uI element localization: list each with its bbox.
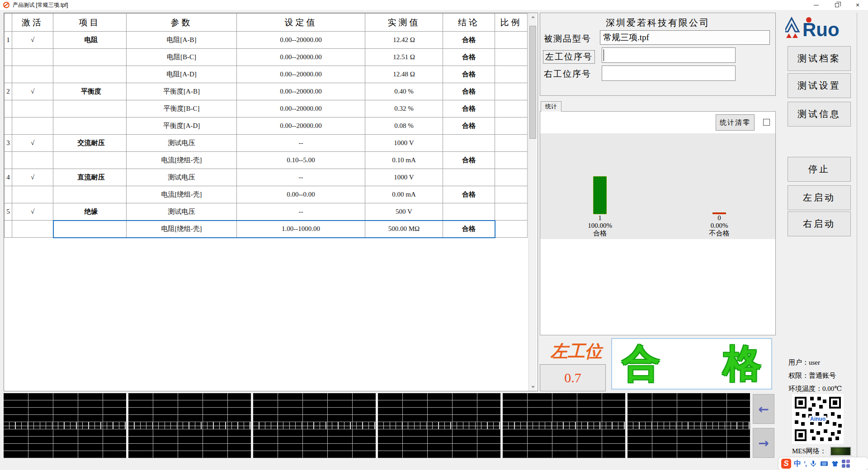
fail-count: 0	[717, 214, 721, 222]
row-number	[5, 49, 12, 66]
activate-check[interactable]	[12, 221, 53, 238]
item-name: 直流耐压	[53, 169, 127, 186]
ratio-value	[495, 83, 528, 100]
row-number: 3	[5, 135, 12, 152]
param-name: 电流[绕组-壳]	[127, 186, 237, 203]
statistics-checkbox[interactable]	[763, 119, 770, 126]
table-row[interactable]: 1 √ 电阻 电阻[A-B] 0.00--20000.00 12.42 Ω 合格	[5, 32, 528, 49]
right-arrow-icon: →	[758, 436, 769, 451]
ratio-value	[495, 100, 528, 118]
model-input[interactable]	[600, 30, 770, 45]
activate-check[interactable]: √	[12, 32, 53, 49]
header-gutter	[5, 14, 12, 32]
param-name: 电阻[绕组-壳]	[127, 221, 237, 238]
set-value: --	[237, 169, 365, 186]
app-icon	[3, 2, 9, 8]
param-name: 平衡度[B-C]	[127, 100, 237, 118]
tab-statistics[interactable]: 统计	[541, 101, 561, 112]
toolbox-icon[interactable]	[842, 460, 850, 468]
test-archive-button[interactable]: 测试档案	[788, 46, 851, 71]
measured-value: 1000 V	[365, 135, 443, 152]
microphone-icon[interactable]	[809, 460, 817, 468]
sidebar-separator	[857, 13, 857, 458]
row-number	[5, 100, 12, 118]
activate-check[interactable]: √	[12, 203, 53, 221]
table-row[interactable]: 5 √ 绝缘 测试电压 -- 500 V	[5, 203, 528, 221]
activate-check[interactable]: √	[12, 135, 53, 152]
table-scrollbar[interactable]	[528, 13, 537, 391]
set-value: 0.10--5.00	[237, 152, 365, 169]
header-item: 项目	[53, 14, 127, 32]
waveform-panel-4	[378, 393, 500, 458]
table-row[interactable]: 2 √ 平衡度 平衡度[A-B] 0.00--20000.00 0.40 % 合…	[5, 83, 528, 100]
punctuation-icon[interactable]: ’,	[804, 460, 807, 467]
fail-bar-group: 0 0.00% 不合格	[692, 174, 746, 237]
window-title: 产品测试 [常规三项.tpf]	[13, 1, 68, 9]
left-sn-label[interactable]: 左工位序号	[543, 50, 595, 64]
left-sn-input[interactable]	[602, 47, 736, 63]
activate-check[interactable]	[12, 100, 53, 118]
table-row[interactable]: 电阻[绕组-壳] 1.00--1000.00 500.00 MΩ 合格	[5, 221, 528, 238]
pass-category: 合格	[593, 230, 607, 237]
set-value: 0.00--20000.00	[237, 32, 365, 49]
table-row[interactable]: 电阻[B-C] 0.00--20000.00 12.51 Ω 合格	[5, 49, 528, 66]
sogou-icon[interactable]: S	[781, 459, 791, 469]
activate-check[interactable]	[12, 118, 53, 135]
header-set-value: 设定值	[237, 14, 365, 32]
left-start-button[interactable]: 左启动	[788, 185, 851, 210]
model-label: 被测品型号	[544, 33, 591, 45]
activate-check[interactable]	[12, 152, 53, 169]
set-value: --	[237, 135, 365, 152]
right-sn-input[interactable]	[602, 66, 736, 81]
restore-button[interactable]	[826, 0, 847, 10]
activate-check[interactable]	[12, 66, 53, 83]
stop-button[interactable]: 停止	[788, 157, 851, 182]
activate-check[interactable]	[12, 186, 53, 203]
table-row[interactable]: 4 √ 直流耐压 测试电压 -- 1000 V	[5, 169, 528, 186]
ratio-value	[495, 32, 528, 49]
table-row[interactable]: 电流[绕组-壳] 0.00--0.00 0.00 mA 合格	[5, 186, 528, 203]
scrollbar-thumb[interactable]	[529, 26, 536, 139]
activate-check[interactable]: √	[12, 83, 53, 100]
table-row[interactable]: 平衡度[A-D] 0.00--20000.00 0.08 % 合格	[5, 118, 528, 135]
item-name: 交流耐压	[53, 135, 127, 152]
qr-code: Ainuo	[792, 394, 844, 444]
minimize-button[interactable]	[806, 0, 826, 10]
test-info-button[interactable]: 测试信息	[788, 102, 851, 127]
set-value: 0.00--20000.00	[237, 49, 365, 66]
activate-check[interactable]	[12, 49, 53, 66]
ratio-value	[495, 66, 528, 83]
close-icon: ×	[856, 1, 859, 9]
waveform-next-button[interactable]: →	[753, 428, 774, 458]
table-row[interactable]: 平衡度[B-C] 0.00--20000.00 0.32 % 合格	[5, 100, 528, 118]
table-row[interactable]: 电流[绕组-壳] 0.10--5.00 0.10 mA 合格	[5, 152, 528, 169]
language-mode-icon[interactable]: 中	[794, 459, 801, 469]
scroll-down-icon[interactable]	[529, 383, 537, 391]
right-start-button[interactable]: 右启动	[788, 212, 851, 236]
row-number	[5, 221, 12, 238]
scroll-up-icon[interactable]	[529, 13, 537, 21]
clear-statistics-button[interactable]: 统计清零	[716, 114, 755, 131]
close-button[interactable]: ×	[847, 0, 868, 10]
mes-network-row: MES网络：	[792, 446, 851, 456]
result-value: 合格	[443, 152, 495, 169]
table-row[interactable]: 3 √ 交流耐压 测试电压 -- 1000 V	[5, 135, 528, 152]
activate-check[interactable]: √	[12, 169, 53, 186]
header-activate: 激活	[12, 14, 53, 32]
table-row[interactable]: 电阻[A-D] 0.00--20000.00 12.48 Ω 合格	[5, 66, 528, 83]
param-name: 平衡度[A-B]	[127, 83, 237, 100]
skin-icon[interactable]	[831, 460, 839, 468]
param-name: 平衡度[A-D]	[127, 118, 237, 135]
pass-percent: 100.00%	[588, 222, 612, 230]
logo-text: Ruo	[802, 19, 840, 40]
device-info-panel: 深圳爱若科技有限公司 被测品型号 左工位序号 右工位序号	[540, 13, 776, 96]
waveform-prev-button[interactable]: ←	[753, 394, 774, 424]
row-number: 4	[5, 169, 12, 186]
ime-toolbar[interactable]: S 中 ’,	[778, 457, 868, 470]
keyboard-icon[interactable]	[820, 460, 828, 468]
user-info: 用户：user 权限：普通账号 环境温度：0.00℃	[788, 356, 842, 395]
ratio-value	[495, 152, 528, 169]
ratio-value	[495, 203, 528, 221]
item-name	[53, 49, 127, 66]
test-settings-button[interactable]: 测试设置	[788, 73, 851, 98]
